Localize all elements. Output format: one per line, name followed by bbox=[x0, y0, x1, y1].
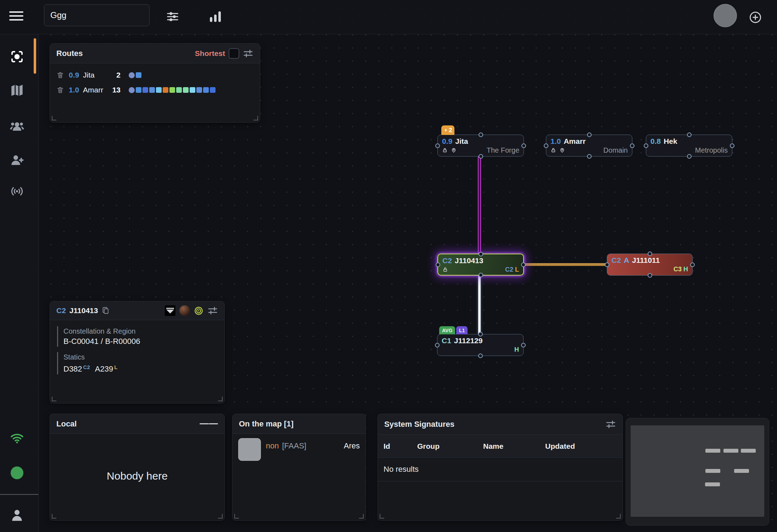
resize-handle[interactable] bbox=[234, 514, 239, 519]
pilot-row[interactable]: non [FAAS] Ares bbox=[233, 434, 365, 461]
triangle-down-icon bbox=[165, 305, 175, 316]
resize-handle[interactable] bbox=[359, 514, 364, 519]
link-anchor[interactable] bbox=[730, 143, 734, 148]
filter-button[interactable] bbox=[165, 305, 175, 316]
local-panel-header[interactable]: Local bbox=[50, 414, 224, 434]
map-name-input[interactable] bbox=[44, 4, 150, 26]
link-anchor[interactable] bbox=[648, 273, 652, 278]
sidebar-item-tracking[interactable] bbox=[7, 47, 27, 67]
link-anchor[interactable] bbox=[479, 273, 483, 277]
link-anchor[interactable] bbox=[521, 143, 526, 148]
map-filters-button[interactable] bbox=[164, 8, 181, 26]
link-anchor[interactable] bbox=[435, 343, 440, 347]
link-anchor[interactable] bbox=[521, 343, 526, 347]
broadcast-icon bbox=[9, 184, 25, 198]
system-name: J110413 bbox=[69, 306, 98, 315]
resize-handle[interactable] bbox=[218, 397, 223, 401]
system-name: J111011 bbox=[632, 256, 660, 265]
user-avatar[interactable] bbox=[714, 4, 737, 27]
shortest-checkbox[interactable] bbox=[229, 48, 239, 59]
resize-handle[interactable] bbox=[616, 514, 621, 519]
route-system-chip bbox=[176, 87, 182, 93]
link-anchor[interactable] bbox=[478, 353, 483, 358]
link-anchor[interactable] bbox=[479, 132, 483, 137]
column-updated[interactable]: Updated bbox=[545, 442, 622, 451]
link-anchor[interactable] bbox=[690, 262, 695, 267]
statistics-button[interactable] bbox=[206, 8, 224, 26]
profile-button[interactable] bbox=[7, 505, 27, 525]
sidebar-item-signal[interactable] bbox=[7, 181, 27, 201]
link-anchor[interactable] bbox=[544, 143, 548, 148]
route-row-amarr[interactable]: 1.0 Amarr 13 bbox=[50, 83, 260, 97]
system-info-header[interactable]: C2 J110413 bbox=[50, 301, 224, 320]
resize-handle[interactable] bbox=[218, 514, 223, 519]
link-anchor[interactable] bbox=[521, 262, 526, 267]
connection-j110413-j111011[interactable] bbox=[523, 263, 607, 266]
link-anchor[interactable] bbox=[479, 154, 483, 159]
signatures-settings-button[interactable] bbox=[605, 419, 616, 430]
system-node-jita[interactable]: 2 0.9 Jita The Forge bbox=[437, 135, 524, 157]
link-anchor[interactable] bbox=[644, 143, 648, 148]
system-node-j112129[interactable]: AVG L1 C1 J112129 H bbox=[437, 334, 524, 356]
link-anchor[interactable] bbox=[687, 132, 692, 137]
link-anchor[interactable] bbox=[587, 154, 592, 159]
route-system-chip bbox=[156, 87, 162, 93]
route-system-chip bbox=[129, 72, 135, 78]
link-anchor[interactable] bbox=[435, 143, 440, 148]
sidebar-item-characters[interactable] bbox=[7, 117, 27, 136]
route-row-jita[interactable]: 0.9 Jita 2 bbox=[50, 68, 260, 83]
link-anchor[interactable] bbox=[436, 262, 440, 267]
link-anchor[interactable] bbox=[648, 251, 652, 256]
resize-handle[interactable] bbox=[380, 514, 384, 519]
shortest-label[interactable]: Shortest bbox=[195, 49, 225, 58]
menu-button[interactable] bbox=[9, 11, 25, 23]
link-anchor[interactable] bbox=[630, 143, 635, 148]
resize-handle[interactable] bbox=[52, 116, 56, 120]
link-anchor[interactable] bbox=[687, 154, 692, 159]
planet-icon bbox=[179, 305, 190, 316]
system-settings-button[interactable] bbox=[207, 305, 218, 316]
on-the-map-header[interactable]: On the map [1] bbox=[233, 414, 365, 434]
local-menu-button[interactable] bbox=[200, 422, 218, 426]
copy-name-button[interactable] bbox=[101, 306, 110, 315]
system-node-j111011[interactable]: C2 A J111011 C3 H bbox=[607, 254, 693, 276]
route-delete-button[interactable] bbox=[56, 71, 64, 79]
column-name[interactable]: Name bbox=[483, 442, 545, 451]
region-name: Metropolis bbox=[695, 146, 728, 154]
route-system-chip bbox=[136, 72, 141, 78]
system-signatures-panel: System Signatures Id Group Name Updated … bbox=[378, 414, 623, 521]
link-anchor[interactable] bbox=[605, 262, 609, 267]
resize-handle[interactable] bbox=[52, 397, 56, 401]
connection-j110413-j112129[interactable] bbox=[478, 275, 481, 334]
top-bar bbox=[0, 0, 777, 34]
local-title: Local bbox=[56, 419, 77, 429]
routes-settings-button[interactable] bbox=[243, 48, 253, 59]
wormhole-class: C1 bbox=[442, 336, 451, 345]
constellation-region-value: B-C00041 / B-R00006 bbox=[63, 336, 217, 347]
route-security: 0.9 bbox=[69, 71, 83, 79]
link-anchor[interactable] bbox=[479, 252, 483, 256]
system-class: C2 bbox=[56, 306, 66, 315]
route-delete-button[interactable] bbox=[56, 86, 64, 94]
minimap-panel[interactable] bbox=[626, 418, 769, 526]
routes-panel-header[interactable]: Routes Shortest bbox=[50, 44, 260, 63]
sidebar-item-add-character[interactable] bbox=[7, 150, 27, 170]
add-map-button[interactable] bbox=[747, 9, 764, 26]
resize-handle[interactable] bbox=[253, 116, 258, 120]
signatures-header[interactable]: System Signatures bbox=[378, 414, 622, 435]
system-node-hek[interactable]: 0.8 Hek Metropolis bbox=[646, 135, 732, 157]
system-node-amarr[interactable]: 1.0 Amarr Domain bbox=[546, 135, 632, 157]
link-anchor[interactable] bbox=[478, 332, 483, 336]
column-id[interactable]: Id bbox=[384, 442, 417, 451]
users-icon bbox=[9, 119, 25, 134]
system-node-j110413-selected[interactable]: C2 J110413 C2 L bbox=[437, 254, 524, 276]
route-system-chip bbox=[142, 87, 148, 93]
pilot-portrait[interactable] bbox=[238, 438, 261, 461]
minimap-node-bar bbox=[741, 449, 756, 453]
route-system-chips bbox=[129, 72, 141, 78]
sidebar-item-maps[interactable] bbox=[7, 80, 27, 100]
link-anchor[interactable] bbox=[587, 132, 592, 137]
resize-handle[interactable] bbox=[52, 514, 56, 519]
column-group[interactable]: Group bbox=[417, 442, 483, 451]
connection-jita-j110413[interactable] bbox=[478, 156, 481, 254]
